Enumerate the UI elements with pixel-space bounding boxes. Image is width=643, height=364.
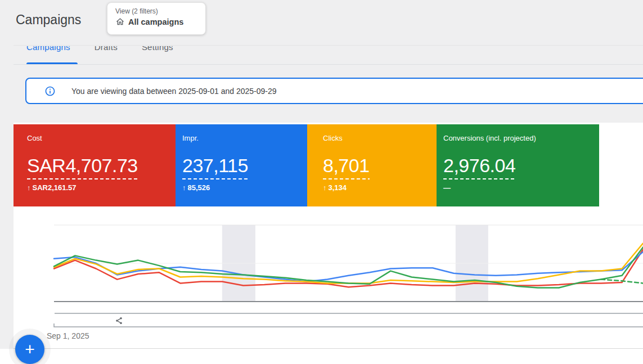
metric-delta-value: 85,526 [188, 183, 210, 192]
home-icon [115, 17, 125, 26]
date-range-banner: You are viewing data between 2025-09-01 … [25, 78, 643, 104]
metric-value: 2,976.04 [443, 155, 515, 179]
metric-value: SAR4,707.73 [27, 155, 138, 179]
campaigns-overview-panel: CostSAR4,707.73↑SAR2,161.57Impr.237,115↑… [14, 123, 643, 349]
metric-label: Impr. [182, 134, 307, 142]
view-filters-chip[interactable]: View (2 filters) All campaigns [107, 2, 206, 35]
date-range-banner-text: You are viewing data between 2025-09-01 … [71, 87, 277, 96]
view-filters-label: All campaigns [128, 17, 183, 26]
metric-delta-value: — [443, 183, 451, 192]
metric-label: Clicks [323, 134, 437, 142]
metric-value: 8,701 [323, 155, 370, 179]
metric-value: 237,115 [182, 155, 248, 179]
tab-campaigns[interactable]: Campaigns [26, 46, 70, 52]
metric-delta-value: SAR2,161.57 [33, 183, 77, 192]
scorecard-conversions[interactable]: Conversions (incl. projected)2,976.04— [437, 124, 599, 206]
up-arrow-icon: ↑ [27, 183, 31, 192]
series-line-impr- [54, 252, 643, 282]
up-arrow-icon: ↑ [182, 183, 186, 192]
info-icon [44, 86, 56, 97]
active-tab-indicator [26, 62, 78, 65]
metric-delta: ↑3,134 [323, 183, 437, 192]
metric-delta: — [443, 183, 599, 192]
scorecard-cost[interactable]: CostSAR4,707.73↑SAR2,161.57 [14, 124, 176, 206]
table-top-strip [0, 349, 643, 364]
up-arrow-icon: ↑ [323, 183, 327, 192]
metric-label: Conversions (incl. projected) [443, 134, 599, 142]
metric-delta: ↑85,526 [182, 183, 307, 192]
tab-drafts[interactable]: Drafts [95, 46, 118, 52]
scorecard-strip: CostSAR4,707.73↑SAR2,161.57Impr.237,115↑… [14, 124, 643, 206]
header-divider [14, 45, 643, 46]
scorecard-impr.[interactable]: Impr.237,115↑85,526 [176, 124, 307, 206]
metric-delta: ↑SAR2,161.57 [27, 183, 176, 192]
metric-label: Cost [27, 134, 176, 142]
series-line-conversions [54, 247, 643, 287]
range-slider-handle-icon[interactable] [116, 317, 122, 324]
tab-settings[interactable]: Settings [142, 46, 173, 52]
range-selector-bottom-rail[interactable] [54, 323, 643, 327]
metric-delta-value: 3,134 [329, 183, 347, 192]
x-axis-start-date-label: Sep 1, 2025 [47, 331, 89, 340]
series-line-cost [54, 250, 643, 287]
add-campaign-fab[interactable]: + [15, 335, 44, 364]
scorecard-clicks[interactable]: Clicks8,701↑3,134 [307, 124, 437, 206]
page-title: Campaigns [16, 12, 81, 28]
subnav-tabs: CampaignsDraftsSettings [14, 46, 643, 65]
view-filters-caption: View (2 filters) [115, 7, 205, 15]
performance-time-series-chart [14, 207, 643, 349]
